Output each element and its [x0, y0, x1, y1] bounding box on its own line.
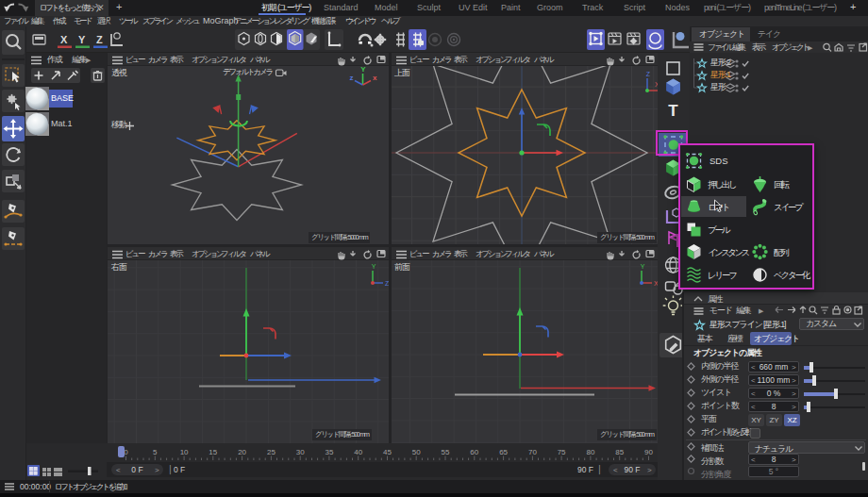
- svg-text:Y: Y: [360, 66, 366, 74]
- svg-text:X: X: [60, 34, 68, 45]
- svg-text:85: 85: [615, 448, 624, 456]
- svg-text:60: 60: [470, 448, 478, 456]
- svg-text:15: 15: [209, 448, 217, 456]
- svg-text:Z: Z: [646, 71, 651, 77]
- svg-text:Y: Y: [641, 263, 645, 270]
- svg-text:10: 10: [180, 448, 189, 456]
- svg-text:90: 90: [644, 448, 653, 456]
- svg-text:70: 70: [528, 448, 537, 456]
- svg-text:Y: Y: [372, 263, 376, 270]
- svg-text:5: 5: [153, 448, 158, 456]
- svg-text:z: z: [350, 74, 354, 82]
- svg-text:75: 75: [558, 448, 566, 456]
- svg-text:Z: Z: [96, 34, 103, 45]
- svg-text:80: 80: [586, 448, 594, 456]
- svg-text:50: 50: [412, 448, 421, 456]
- svg-text:x: x: [373, 74, 377, 82]
- svg-text:25: 25: [267, 448, 275, 456]
- svg-text:65: 65: [499, 448, 508, 456]
- svg-text:40: 40: [354, 448, 362, 456]
- svg-text:T: T: [668, 102, 678, 120]
- svg-text:35: 35: [325, 448, 333, 456]
- svg-text:30: 30: [296, 448, 305, 456]
- svg-text:0: 0: [124, 448, 128, 456]
- svg-text:55: 55: [442, 448, 450, 456]
- svg-text:45: 45: [383, 448, 392, 456]
- svg-text:20: 20: [238, 448, 246, 456]
- svg-text:Y: Y: [78, 34, 86, 45]
- svg-text:Z: Z: [385, 280, 389, 287]
